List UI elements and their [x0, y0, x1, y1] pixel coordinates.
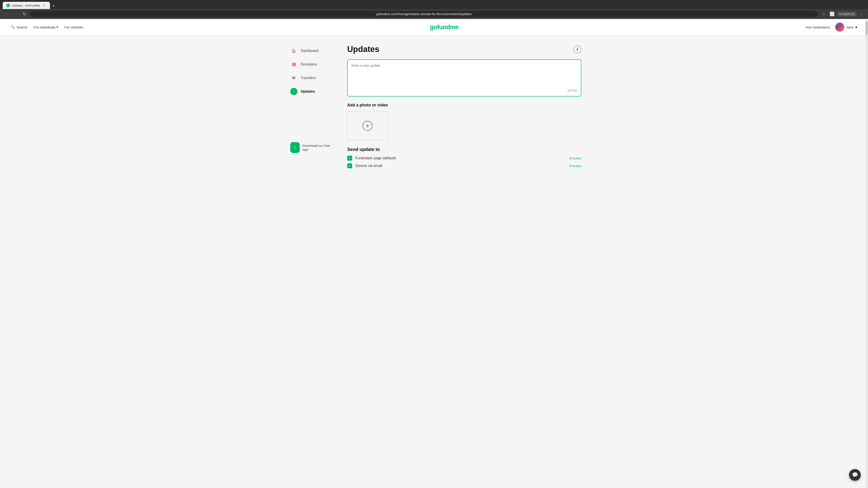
photo-upload-box[interactable]: +	[347, 111, 388, 140]
user-name-label: Jane	[846, 25, 854, 29]
for-charities-nav-item[interactable]: For charities	[64, 25, 83, 29]
user-menu[interactable]: Jane ▾	[835, 23, 857, 32]
tab-favicon: G	[6, 4, 10, 7]
checkbox-donors-email: ✓ Donors via email Preview	[347, 163, 581, 168]
nav-right: Your fundraisers Jane ▾	[805, 23, 857, 32]
for-individuals-label: For individuals	[34, 25, 56, 29]
browser-chrome: G Updates - GoFundMe × +	[0, 0, 868, 9]
bookmark-icon[interactable]: ☆	[820, 10, 827, 18]
address-bar-icons: ☆ ⬜ Incognito (2) ⋮	[820, 10, 865, 18]
page-title: Updates	[347, 44, 379, 54]
search-nav-label: Search	[17, 25, 27, 29]
chevron-down-icon: ▾	[56, 25, 58, 29]
download-app-section[interactable]: ↑ Download our free app	[287, 139, 336, 156]
fundraiser-page-default: (default)	[383, 156, 396, 160]
checkbox-fundraiser-page: ✓ Fundraiser page (default) Preview	[347, 156, 581, 161]
sidebar-item-label-dashboard: Dashboard	[301, 49, 318, 53]
nav-logo[interactable]: gofundme	[83, 24, 805, 31]
page-content: 🔍 Search For individuals ▾ For charities…	[0, 19, 868, 487]
logo-text: gofundme	[430, 24, 459, 31]
app-download-icon: ↑	[290, 142, 300, 153]
back-button[interactable]: ←	[3, 10, 10, 18]
home-icon: 🏠	[290, 47, 298, 55]
sidebar-item-updates[interactable]: ↑ Updates	[287, 85, 336, 98]
scrollbar-track[interactable]	[865, 20, 868, 488]
sidebar: 🏠 Dashboard 🎯 Donations 🏛 Transfers ↑ Up…	[287, 44, 336, 171]
transfers-icon: 🏛	[290, 74, 298, 82]
fundraiser-page-label: Fundraiser page	[355, 156, 382, 160]
top-nav: 🔍 Search For individuals ▾ For charities…	[0, 19, 868, 35]
your-fundraisers-link[interactable]: Your fundraisers	[805, 25, 830, 29]
checkbox-donors-icon[interactable]: ✓	[347, 163, 352, 168]
sidebar-item-label-updates: Updates	[301, 90, 315, 94]
main-content: Updates ℹ 0/7500 Add a photo or video + …	[347, 44, 581, 171]
user-menu-chevron-icon: ▾	[855, 25, 857, 29]
address-input[interactable]	[30, 11, 818, 17]
donors-preview-link[interactable]: Preview	[569, 164, 581, 168]
updates-icon: ↑	[290, 88, 298, 95]
checkbox-donors-label: Donors via email	[355, 164, 566, 168]
fundraiser-preview-link[interactable]: Preview	[569, 156, 581, 160]
nav-left: 🔍 Search For individuals ▾ For charities	[11, 25, 83, 29]
new-tab-button[interactable]: +	[51, 3, 57, 9]
sidebar-item-dashboard[interactable]: 🏠 Dashboard	[287, 44, 336, 57]
donations-icon: 🎯	[290, 61, 298, 68]
sidebar-item-donations[interactable]: 🎯 Donations	[287, 58, 336, 71]
tab-close-button[interactable]: ×	[42, 3, 46, 8]
scrollbar-thumb[interactable]	[866, 21, 868, 35]
floating-chat-button[interactable]: 💬	[849, 469, 861, 481]
split-view-icon[interactable]: ⬜	[829, 10, 836, 18]
photo-section-label: Add a photo or video	[347, 103, 581, 107]
download-app-label: Download our free app	[303, 144, 333, 151]
avatar	[835, 23, 844, 32]
main-layout: 🏠 Dashboard 🎯 Donations 🏛 Transfers ↑ Up…	[276, 35, 592, 180]
incognito-badge: Incognito (2)	[837, 11, 857, 17]
menu-button[interactable]: ⋮	[858, 10, 865, 18]
for-individuals-nav-item[interactable]: For individuals ▾	[34, 25, 58, 29]
add-media-icon: +	[363, 121, 373, 131]
update-textarea-container: 0/7500	[347, 59, 581, 96]
for-charities-label: For charities	[64, 25, 83, 29]
address-bar-row: ← → ↻ ☆ ⬜ Incognito (2) ⋮	[0, 9, 868, 19]
active-tab: G Updates - GoFundMe ×	[3, 2, 50, 9]
info-icon[interactable]: ℹ	[573, 45, 581, 53]
search-nav-item[interactable]: 🔍 Search	[11, 25, 27, 29]
sidebar-item-label-donations: Donations	[301, 62, 317, 66]
chat-icon: 💬	[852, 472, 858, 478]
send-update-label: Send update to	[347, 147, 581, 152]
sidebar-item-transfers[interactable]: 🏛 Transfers	[287, 72, 336, 84]
search-nav-icon: 🔍	[11, 25, 15, 29]
checkbox-fundraiser-icon[interactable]: ✓	[347, 156, 352, 161]
char-count: 0/7500	[351, 89, 577, 92]
update-textarea[interactable]	[351, 64, 577, 86]
tab-bar: G Updates - GoFundMe × +	[3, 2, 865, 9]
tab-title: Updates - GoFundMe	[12, 4, 40, 7]
forward-button[interactable]: →	[12, 10, 19, 18]
sidebar-item-label-transfers: Transfers	[301, 76, 316, 80]
reload-button[interactable]: ↻	[21, 10, 28, 18]
page-title-row: Updates ℹ	[347, 44, 581, 54]
checkbox-fundraiser-label: Fundraiser page (default)	[355, 156, 566, 160]
